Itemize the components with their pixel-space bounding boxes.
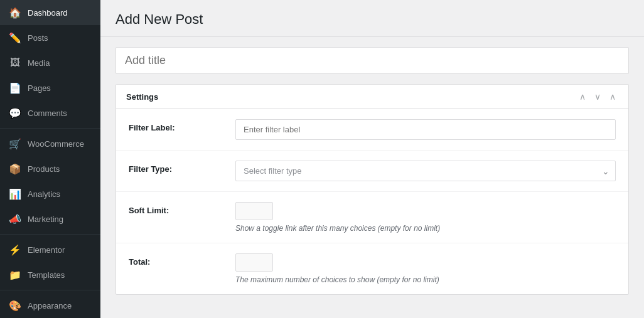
title-area <box>100 37 644 84</box>
sidebar-item-label: Marketing <box>28 215 63 224</box>
soft-limit-field: Show a toggle link after this many choic… <box>235 202 616 233</box>
soft-limit-row: Soft Limit: Show a toggle link after thi… <box>116 192 628 243</box>
total-hint: The maximum number of choices to show (e… <box>235 275 616 284</box>
sidebar-item-label: Products <box>28 164 60 174</box>
filter-type-field: Select filter type ⌄ <box>235 161 616 181</box>
post-title-input[interactable] <box>115 47 629 74</box>
pages-icon: 📄 <box>9 82 21 94</box>
sidebar-item-products[interactable]: 📦 Products <box>0 156 100 181</box>
sidebar-item-dashboard[interactable]: 🏠 Dashboard <box>0 0 100 25</box>
appearance-icon: 🎨 <box>9 299 21 312</box>
sidebar-item-label: Pages <box>28 83 51 93</box>
sidebar-item-label: Media <box>28 58 50 68</box>
products-icon: 📦 <box>9 162 21 175</box>
soft-limit-label: Soft Limit: <box>129 202 235 215</box>
settings-collapse-down-button[interactable]: ∨ <box>592 91 603 102</box>
filter-label-input[interactable] <box>235 119 616 140</box>
templates-icon: 📁 <box>9 268 21 281</box>
soft-limit-hint: Show a toggle link after this many choic… <box>235 224 616 233</box>
settings-body: Filter Label: Filter Type: Select filter… <box>116 109 628 294</box>
dashboard-icon: 🏠 <box>9 6 21 19</box>
soft-limit-input[interactable] <box>235 202 273 220</box>
filter-type-select-wrapper: Select filter type ⌄ <box>235 161 616 181</box>
settings-header: Settings ∧ ∨ ∧ <box>116 85 628 109</box>
sidebar-item-woocommerce[interactable]: 🛒 WooCommerce <box>0 131 100 156</box>
sidebar-item-label: Templates <box>28 270 65 280</box>
sidebar-item-comments[interactable]: 💬 Comments <box>0 100 100 125</box>
filter-type-select[interactable]: Select filter type <box>235 161 616 181</box>
filter-type-label: Filter Type: <box>129 161 235 174</box>
sidebar-item-label: WooCommerce <box>28 139 84 149</box>
sidebar-item-analytics[interactable]: 📊 Analytics <box>0 181 100 206</box>
filter-label-row: Filter Label: <box>116 109 628 151</box>
total-input[interactable] <box>235 253 273 272</box>
sidebar-item-label: Appearance <box>28 301 72 310</box>
sidebar-item-media[interactable]: 🖼 Media <box>0 50 100 75</box>
filter-label-field <box>235 119 616 140</box>
sidebar-item-label: Elementor <box>28 245 65 255</box>
sidebar-item-posts[interactable]: ✏️ Posts <box>0 25 100 50</box>
sidebar-item-label: Dashboard <box>28 8 68 18</box>
woocommerce-icon: 🛒 <box>9 137 21 150</box>
sidebar: 🏠 Dashboard ✏️ Posts 🖼 Media 📄 Pages 💬 C… <box>0 0 100 318</box>
filter-type-row: Filter Type: Select filter type ⌄ <box>116 151 628 192</box>
comments-icon: 💬 <box>9 107 21 119</box>
posts-icon: ✏️ <box>9 31 21 44</box>
sidebar-item-pages[interactable]: 📄 Pages <box>0 75 100 100</box>
page-header: Add New Post <box>100 0 644 37</box>
total-row: Total: The maximum number of choices to … <box>116 243 628 294</box>
settings-title: Settings <box>126 92 158 102</box>
media-icon: 🖼 <box>9 56 21 69</box>
page-title: Add New Post <box>115 11 629 28</box>
analytics-icon: 📊 <box>9 188 21 200</box>
filter-label-label: Filter Label: <box>129 119 235 132</box>
marketing-icon: 📣 <box>9 213 21 225</box>
sidebar-item-templates[interactable]: 📁 Templates <box>0 262 100 287</box>
total-label: Total: <box>129 253 235 267</box>
settings-collapse-up-button[interactable]: ∧ <box>577 91 588 102</box>
sidebar-item-marketing[interactable]: 📣 Marketing <box>0 206 100 231</box>
sidebar-item-elementor[interactable]: ⚡ Elementor <box>0 237 100 262</box>
sidebar-separator-3 <box>0 290 100 290</box>
sidebar-item-appearance[interactable]: 🎨 Appearance <box>0 293 100 318</box>
settings-panel: Settings ∧ ∨ ∧ Filter Label: Filter Type… <box>115 84 629 295</box>
sidebar-separator-2 <box>0 234 100 235</box>
sidebar-item-label: Comments <box>28 109 67 118</box>
sidebar-item-label: Analytics <box>28 189 60 199</box>
total-field: The maximum number of choices to show (e… <box>235 253 616 284</box>
sidebar-separator <box>0 128 100 129</box>
sidebar-item-label: Posts <box>28 33 48 43</box>
main-content: Add New Post Settings ∧ ∨ ∧ Filter Label… <box>100 0 644 318</box>
settings-expand-button[interactable]: ∧ <box>607 91 618 102</box>
settings-controls: ∧ ∨ ∧ <box>577 91 618 102</box>
elementor-icon: ⚡ <box>9 243 21 256</box>
